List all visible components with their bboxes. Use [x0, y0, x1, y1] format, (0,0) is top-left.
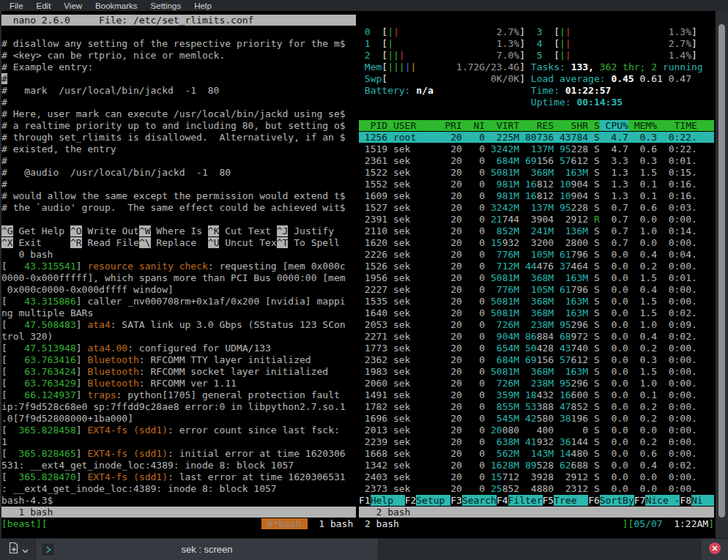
nano-shortcut-cut-text: ^K Cut Text — [208, 225, 277, 236]
process-row-2110[interactable]: 2110 sek 20 0 852M 241M 136M S 0.7 1.0 0… — [359, 225, 716, 237]
dmesg-line: .0[7f9d52808000+1ba000] — [1, 413, 356, 425]
nano-shortcut-uncut-tex: ^U Uncut Tex — [208, 237, 277, 248]
tab-title: sek : screen — [181, 544, 232, 555]
menu-item-settings[interactable]: Settings — [144, 1, 188, 10]
process-row-1668[interactable]: 1668 sek 20 0 562M 143M 14480 S 0.0 0.6 … — [359, 448, 716, 460]
fkey-f5[interactable]: F5Tree — [543, 495, 589, 506]
nano-text-line: # mark /usr/local/bin/jackd -1 80 — [1, 85, 356, 97]
fkey-f7[interactable]: F7Nice - — [634, 495, 680, 506]
fkey-f6[interactable]: F6SortBy — [588, 495, 634, 506]
tab-sek-screen[interactable]: sek : screen — [36, 539, 379, 560]
blank-line — [359, 108, 716, 120]
process-row-2053[interactable]: 2053 sek 20 0 726M 238M 95296 S 0.0 1.0 … — [359, 319, 716, 331]
dmesg-line: trol 320) — [1, 331, 356, 343]
hardstatus-clock: ][05/07 1:22AM] — [623, 518, 714, 530]
process-table-header[interactable]: PID USER PRI NI VIRT RES SHR S CPU% MEM%… — [359, 120, 716, 132]
menu-item-bookmarks[interactable]: Bookmarks — [89, 1, 144, 10]
process-row-1696[interactable]: 1696 sek 20 0 545M 42580 38196 S 0.0 0.2… — [359, 413, 716, 425]
process-row-2373[interactable]: 2373 sek 20 0 25852 4880 2312 S 0.0 0.0 … — [359, 483, 716, 495]
battery-time-row: Battery: n/a Time: 01:22:57 — [359, 85, 716, 97]
dmesg-line: bash-4.3$ — [1, 495, 356, 507]
nano-shortcut-read-file: ^R Read File — [70, 237, 139, 248]
process-row-2391[interactable]: 2391 sek 20 0 21744 3904 2912 R 0.7 0.0 … — [359, 214, 716, 225]
screen-hardstatus-bar: [beast][ 0*bash 1 bash 2 bash][05/07 1:2… — [1, 518, 716, 530]
process-row-1620[interactable]: 1620 sek 20 0 15932 3200 2800 S 0.7 0.0 … — [359, 237, 716, 249]
process-row-2239[interactable]: 2239 sek 20 0 638M 41932 36144 S 0.0 0.2… — [359, 436, 716, 448]
process-row-1983[interactable]: 1983 sek 20 0 5081M 368M 163M S 0.0 1.5 … — [359, 366, 716, 378]
nano-shortcut-row: ^X Exit ^R Read File^\ Replace ^U Uncut … — [1, 237, 356, 249]
nano-text-line: # a realtime priority up to and includin… — [1, 120, 356, 132]
screen-caption-region0: 0 bash — [1, 249, 356, 261]
menu-item-help[interactable]: Help — [187, 1, 218, 10]
dmesg-line: [ 63.763429] Bluetooth: RFCOMM ver 1.11 — [1, 378, 356, 389]
terminal-screen: nano 2.6.0 File: /etc/set_rlimits.conf #… — [0, 11, 728, 538]
screen-caption-region2: 2 bash — [359, 507, 716, 518]
blank-line — [1, 26, 356, 38]
nano-shortcut-where-is: ^W Where Is — [139, 225, 208, 236]
process-row-1773[interactable]: 1773 sek 20 0 654M 50428 43740 S 0.0 0.2… — [359, 343, 716, 354]
process-row-1256[interactable]: 1256 root 20 0 225M 80736 43784 S 4.7 0.… — [359, 132, 716, 143]
nano-shortcut-row: ^G Get Help ^O Write Out^W Where Is ^K C… — [1, 225, 356, 237]
fkey-f8[interactable]: F8Ni — [680, 495, 714, 506]
scrollbar-thumb[interactable] — [718, 24, 725, 518]
process-row-1527[interactable]: 1527 sek 20 0 3242M 137M 95228 S 0.7 0.6… — [359, 202, 716, 214]
process-row-2362[interactable]: 2362 sek 20 0 684M 69156 57612 S 0.0 0.3… — [359, 354, 716, 366]
process-row-1609[interactable]: 1609 sek 20 0 981M 16812 10904 S 1.3 0.1… — [359, 190, 716, 202]
fkey-f4[interactable]: F4Filter — [497, 495, 543, 506]
nano-text-line: # disallow any setting of the respective… — [1, 38, 356, 50]
dmesg-line: ng multiple BARs — [1, 307, 356, 319]
nano-text-line: # through set_rlimits is disallowed. Alt… — [1, 132, 356, 143]
screen-window-0-active: 0*bash — [261, 518, 308, 529]
process-row-2226[interactable]: 2226 sek 20 0 776M 105M 61796 S 0.0 0.4 … — [359, 249, 716, 261]
process-row-1526[interactable]: 1526 sek 20 0 712M 44476 37464 S 0.0 0.2… — [359, 261, 716, 272]
menu-item-file[interactable]: File — [3, 1, 30, 10]
dmesg-line: [ 365.828465] EXT4-fs (sdd1): initial er… — [1, 448, 356, 460]
nano-cursor-line: # — [1, 73, 356, 85]
process-row-1782[interactable]: 1782 sek 20 0 855M 53388 47852 S 0.0 0.2… — [359, 401, 716, 413]
fkey-f2[interactable]: F2Setup — [405, 495, 451, 506]
process-row-2403[interactable]: 2403 sek 20 0 15712 3928 2912 S 0.0 0.0 … — [359, 471, 716, 483]
nano-text-line: # would allow the same except the permis… — [1, 190, 356, 202]
screen-window-list: 0*bash 1 bash 2 bash — [261, 518, 399, 530]
fkey-f3[interactable]: F3Search — [450, 495, 497, 506]
dmesg-line: : __ext4_get_inode_loc:4389: inode 8: bl… — [1, 483, 356, 495]
process-row-1342[interactable]: 1342 sek 20 0 1628M 89528 62688 S 0.0 0.… — [359, 460, 716, 471]
process-row-2271[interactable]: 2271 sek 20 0 904M 86884 68972 S 0.0 0.4… — [359, 331, 716, 343]
chevron-down-icon — [22, 543, 29, 556]
nano-shortcut-justify: ^J Justify — [277, 225, 346, 236]
process-row-1552[interactable]: 1552 sek 20 0 981M 16812 10904 S 1.3 0.1… — [359, 179, 716, 190]
nano-text-line: # Example entry: — [1, 61, 356, 73]
nano-text-line: # — [1, 179, 356, 190]
new-tab-icon — [7, 542, 20, 557]
process-row-2060[interactable]: 2060 sek 20 0 726M 238M 95296 S 0.0 1.0 … — [359, 378, 716, 389]
terminal-prompt-icon — [41, 542, 55, 556]
nano-text-line: # existed, the entry — [1, 143, 356, 155]
process-row-2227[interactable]: 2227 sek 20 0 776M 105M 61796 S 0.0 0.4 … — [359, 284, 716, 296]
nano-text-line: # Here, user mark can execute /usr/local… — [1, 108, 356, 120]
fkey-f1[interactable]: F1Help — [359, 495, 405, 506]
process-row-1535[interactable]: 1535 sek 20 0 5081M 368M 163M S 0.0 1.5 … — [359, 296, 716, 307]
process-row-1640[interactable]: 1640 sek 20 0 5081M 368M 163M S 0.0 1.5 … — [359, 307, 716, 319]
menu-item-edit[interactable]: Edit — [30, 1, 58, 10]
nano-shortcut-get-help: ^G Get Help — [1, 225, 70, 236]
close-icon — [708, 542, 721, 558]
htop-function-key-bar: F1Help F2Setup F3SearchF4FilterF5Tree F6… — [359, 495, 716, 507]
dmesg-line: 531: __ext4_get_inode_loc:4389: inode 8:… — [1, 460, 356, 471]
process-row-1956[interactable]: 1956 sek 20 0 5081M 368M 163M S 0.0 1.5 … — [359, 272, 716, 284]
nano-shortcut-write-out: ^O Write Out — [70, 225, 139, 236]
process-row-2361[interactable]: 2361 sek 20 0 684M 69156 57612 S 3.3 0.3… — [359, 155, 716, 167]
process-row-1522[interactable]: 1522 sek 20 0 5081M 368M 163M S 1.3 1.5 … — [359, 167, 716, 179]
menu-bar: FileEditViewBookmarksSettingsHelp — [0, 0, 728, 11]
nano-text-line: # — [1, 155, 356, 167]
process-row-2013[interactable]: 2013 sek 20 0 20080 400 0 S 0.0 0.0 0:00… — [359, 425, 716, 436]
screen-region-left: nano 2.6.0 File: /etc/set_rlimits.conf #… — [1, 15, 356, 518]
nano-shortcut-to-spell: ^T To Spell — [277, 237, 346, 248]
process-row-1519[interactable]: 1519 sek 20 0 3242M 137M 95228 S 4.7 0.6… — [359, 143, 716, 155]
new-tab-button[interactable] — [0, 539, 36, 560]
close-tab-button[interactable] — [700, 539, 728, 560]
dmesg-line: 1 — [1, 436, 356, 448]
blank-line — [359, 15, 716, 26]
scrollbar[interactable] — [716, 11, 728, 538]
menu-item-view[interactable]: View — [57, 1, 89, 10]
process-row-1491[interactable]: 1491 sek 20 0 359M 18432 16600 S 0.0 0.1… — [359, 389, 716, 401]
